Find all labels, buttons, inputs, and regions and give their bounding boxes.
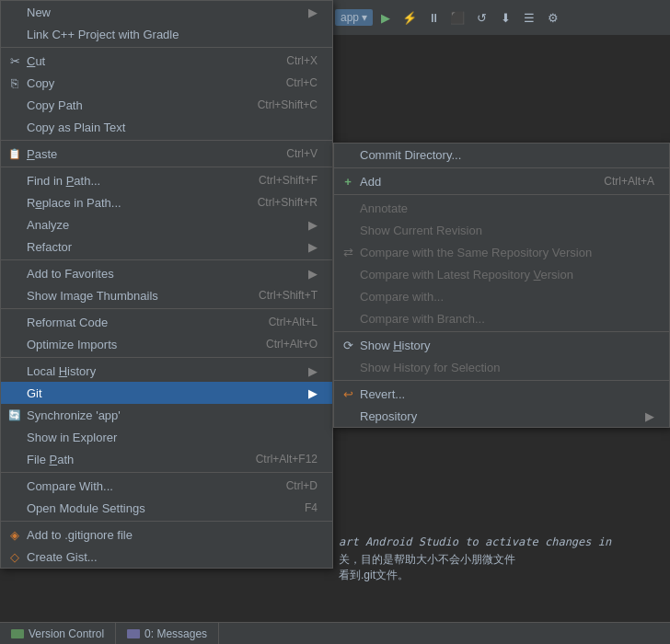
menu-item-compare-with[interactable]: Compare With... Ctrl+D — [1, 475, 332, 497]
context-menu-git: Commit Directory... + Add Ctrl+Alt+A Ann… — [333, 143, 670, 428]
tab-version-control[interactable]: Version Control — [0, 623, 116, 644]
stop-button[interactable]: ⬛ — [446, 6, 468, 29]
submenu-item-show-history[interactable]: ⟳ Show History — [334, 334, 669, 356]
menu-item-paste[interactable]: 📋 Paste Ctrl+V — [1, 143, 332, 165]
menu-item-local-history[interactable]: Local History ▶ — [1, 360, 332, 382]
context-menu-left: New ▶ Link C++ Project with Gradle ✂ Cut… — [0, 0, 333, 569]
separator-5 — [1, 308, 332, 309]
menu-item-new-label: New — [27, 6, 305, 19]
menu-item-local-history-label: Local History — [27, 364, 305, 378]
separator-2 — [1, 140, 332, 141]
menu-item-copy-plain-label: Copy as Plain Text — [27, 121, 318, 134]
menu-item-show-thumbnails[interactable]: Show Image Thumbnails Ctrl+Shift+T — [1, 284, 332, 306]
submenu-item-show-current-rev[interactable]: Show Current Revision — [334, 219, 669, 241]
settings-button[interactable]: ⚙ — [542, 6, 564, 29]
run-button[interactable]: ▶ — [375, 6, 397, 29]
menu-item-paste-label: Paste — [27, 147, 268, 161]
menu-item-file-path[interactable]: File Path Ctrl+Alt+F12 — [1, 448, 332, 470]
separator-1 — [1, 47, 332, 48]
menu-item-show-explorer[interactable]: Show in Explorer — [1, 426, 332, 448]
chevron-down-icon: ▾ — [362, 11, 367, 24]
submenu-item-compare-same-repo[interactable]: ⇄ Compare with the Same Repository Versi… — [334, 241, 669, 263]
separator-7 — [1, 472, 332, 473]
debug-button[interactable]: ⚡ — [399, 6, 421, 29]
menu-item-analyze[interactable]: Analyze ▶ — [1, 213, 332, 236]
menu-item-find-path-label: Find in Path... — [27, 174, 240, 188]
submenu-item-add[interactable]: + Add Ctrl+Alt+A — [334, 170, 669, 192]
submenu-item-annotate-label: Annotate — [360, 201, 654, 215]
menu-item-add-favorites-label: Add to Favorites — [27, 267, 305, 281]
submenu-item-revert-label: Revert... — [360, 387, 654, 401]
arrow-icon: ▶ — [308, 6, 318, 19]
code-line-1: art Android Studio to activate changes i… — [339, 535, 664, 548]
bottom-text-area: art Android Studio to activate changes i… — [333, 530, 670, 622]
submenu-item-revert[interactable]: ↩ Revert... — [334, 383, 669, 405]
menu-item-open-module-label: Open Module Settings — [27, 501, 286, 515]
submenu-item-show-current-rev-label: Show Current Revision — [360, 224, 654, 237]
menu-item-synchronize[interactable]: 🔄 Synchronize 'app' — [1, 404, 332, 426]
arrow-icon: ▶ — [308, 218, 318, 232]
submenu-item-annotate[interactable]: Annotate — [334, 197, 669, 219]
menu-item-analyze-label: Analyze — [27, 218, 305, 232]
menu-item-copy-plain[interactable]: Copy as Plain Text — [1, 116, 332, 138]
submenu-item-commit-dir[interactable]: Commit Directory... — [334, 144, 669, 166]
menu-item-file-path-label: File Path — [27, 453, 237, 466]
submenu-item-compare-branch-label: Compare with Branch... — [360, 312, 654, 326]
separator-r2 — [334, 194, 669, 195]
file-path-shortcut: Ctrl+Alt+F12 — [256, 453, 318, 466]
menu-item-show-thumbnails-label: Show Image Thumbnails — [27, 289, 240, 303]
version-control-icon — [11, 629, 24, 638]
pause-button[interactable]: ⏸ — [422, 6, 445, 29]
tab-messages[interactable]: 0: Messages — [116, 623, 219, 644]
menu-item-replace-path[interactable]: Replace in Path... Ctrl+Shift+R — [1, 191, 332, 213]
menu-item-reformat-label: Reformat Code — [27, 316, 250, 329]
menu-item-reformat[interactable]: Reformat Code Ctrl+Alt+L — [1, 311, 332, 333]
open-module-shortcut: F4 — [305, 501, 318, 514]
menu-button[interactable]: ☰ — [518, 6, 540, 29]
menu-item-copy-path[interactable]: Copy Path Ctrl+Shift+C — [1, 94, 332, 116]
menu-item-new[interactable]: New ▶ — [1, 1, 332, 23]
submenu-item-compare-latest[interactable]: Compare with Latest Repository Version — [334, 263, 669, 285]
app-selector[interactable]: app ▾ — [335, 9, 373, 26]
menu-item-copy-path-label: Copy Path — [27, 98, 239, 112]
submenu-item-compare-with[interactable]: Compare with... — [334, 285, 669, 307]
menu-item-git[interactable]: Git ▶ — [1, 382, 332, 404]
separator-3 — [1, 167, 332, 167]
submenu-item-compare-branch[interactable]: Compare with Branch... — [334, 307, 669, 329]
menu-item-add-gitignore[interactable]: ◈ Add to .gitignore file — [1, 523, 332, 546]
menu-item-copy-label: Copy — [27, 76, 268, 90]
menu-item-add-gitignore-label: Add to .gitignore file — [27, 528, 318, 542]
arrow-icon: ▶ — [308, 267, 318, 281]
text-line-2: 关，目的是帮助大小不会小朋微文件 — [339, 552, 664, 568]
gitignore-icon: ◈ — [6, 528, 23, 542]
compare-with-shortcut: Ctrl+D — [286, 479, 318, 492]
menu-item-compare-with-label: Compare With... — [27, 479, 268, 493]
menu-item-find-path[interactable]: Find in Path... Ctrl+Shift+F — [1, 169, 332, 191]
menu-item-open-module[interactable]: Open Module Settings F4 — [1, 497, 332, 519]
reformat-shortcut: Ctrl+Alt+L — [269, 316, 318, 328]
copy-icon: ⎘ — [6, 76, 23, 90]
menu-item-optimize[interactable]: Optimize Imports Ctrl+Alt+O — [1, 333, 332, 355]
download-button[interactable]: ⬇ — [494, 6, 516, 29]
status-bar: Version Control 0: Messages — [0, 622, 670, 644]
submenu-item-compare-with-label: Compare with... — [360, 290, 654, 304]
submenu-item-show-history-sel-label: Show History for Selection — [360, 361, 654, 374]
menu-item-link-cpp[interactable]: Link C++ Project with Gradle — [1, 23, 332, 45]
gist-icon: ◇ — [6, 550, 23, 564]
menu-item-add-favorites[interactable]: Add to Favorites ▶ — [1, 262, 332, 284]
menu-item-refactor[interactable]: Refactor ▶ — [1, 236, 332, 258]
compare-icon: ⇄ — [340, 246, 356, 259]
menu-item-cut[interactable]: ✂ Cut Ctrl+X — [1, 50, 332, 72]
sync-button[interactable]: ↺ — [470, 6, 492, 29]
history-icon: ⟳ — [340, 339, 356, 352]
menu-item-create-gist[interactable]: ◇ Create Gist... — [1, 546, 332, 568]
replace-path-shortcut: Ctrl+Shift+R — [258, 196, 318, 209]
menu-item-replace-path-label: Replace in Path... — [27, 196, 239, 210]
menu-item-cut-label: Cut — [27, 54, 268, 68]
find-path-shortcut: Ctrl+Shift+F — [259, 174, 318, 187]
messages-label: 0: Messages — [144, 627, 207, 640]
submenu-item-commit-dir-label: Commit Directory... — [360, 148, 654, 162]
submenu-item-repository[interactable]: Repository ▶ — [334, 405, 669, 427]
submenu-item-show-history-sel[interactable]: Show History for Selection — [334, 356, 669, 378]
menu-item-copy[interactable]: ⎘ Copy Ctrl+C — [1, 72, 332, 94]
